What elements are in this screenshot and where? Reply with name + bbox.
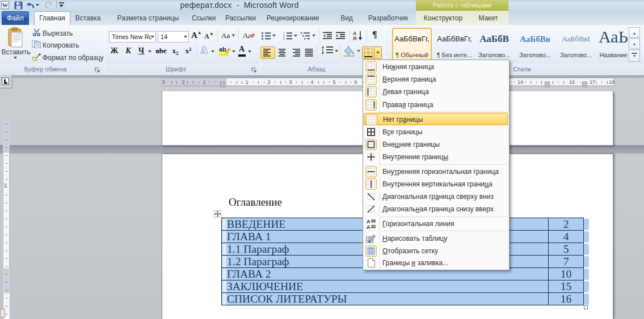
svg-text:ab: ab [219,46,226,53]
svg-text:A: A [367,219,371,224]
svg-text:3: 3 [283,37,285,40]
svg-text:Я: Я [353,36,356,41]
svg-text:Аа: Аа [243,31,251,40]
svg-text:A: A [367,224,371,229]
